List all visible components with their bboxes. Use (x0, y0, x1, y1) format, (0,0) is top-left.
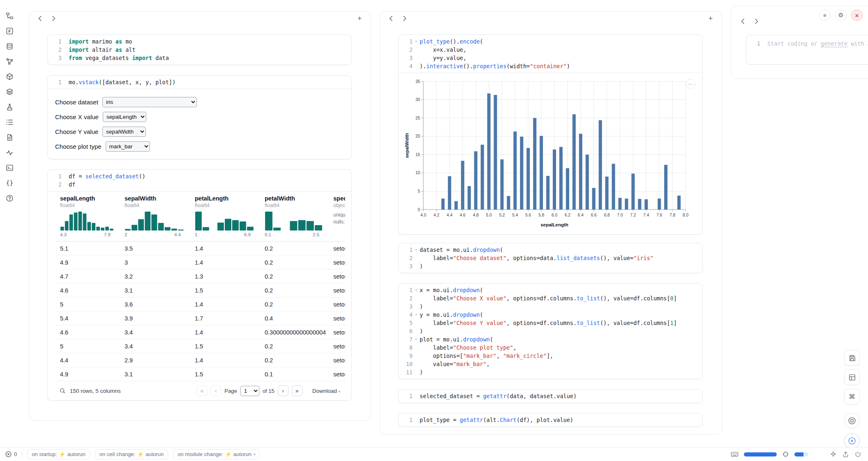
shutdown-close-icon[interactable]: × (851, 9, 863, 21)
column-left-chevron-icon[interactable] (35, 13, 46, 24)
download-button[interactable]: Download ▾ (312, 388, 340, 394)
list-icon[interactable] (4, 116, 16, 128)
prev-page-button[interactable]: ‹ (210, 385, 221, 396)
column-header[interactable]: petalWidthfloat640.12.5 (260, 191, 328, 241)
file-icon[interactable] (4, 131, 16, 143)
y-value-select[interactable]: sepalWidth (102, 127, 146, 137)
line-number: 11 (399, 368, 413, 376)
cell-editor[interactable]: 1selected_dataset = getattr(data, datase… (399, 390, 702, 403)
column-header[interactable]: sepalWidthfloat6424.4 (120, 191, 190, 241)
svg-text:35: 35 (416, 79, 420, 84)
cell-vstack[interactable]: 1mo.vstack([dataset, x, y, plot]) Choose… (47, 75, 352, 159)
column-left-chevron-icon[interactable] (738, 16, 748, 27)
fold-chevron-icon (413, 302, 420, 311)
generate-link[interactable]: generate (821, 40, 847, 47)
fold-chevron-icon (413, 254, 420, 262)
next-page-button[interactable]: › (278, 385, 289, 396)
cell-plot-type[interactable]: 1plot_type = getattr(alt.Chart(df), plot… (398, 413, 703, 427)
first-page-button[interactable]: « (196, 385, 207, 396)
column-header[interactable]: petalLengthfloat6416.9 (190, 191, 260, 241)
help-icon[interactable] (4, 192, 16, 204)
cell-dataframe[interactable]: 1df = selected_dataset()2df sepalLengthf… (47, 169, 352, 401)
line-number: 9 (399, 352, 413, 360)
vega-bar-chart[interactable]: 4.04.24.44.64.85.05.25.45.65.86.06.26.46… (404, 76, 702, 231)
table-search-icon[interactable] (59, 387, 66, 394)
error-count-button[interactable]: 0 (5, 451, 17, 458)
line-number: 10 (399, 360, 413, 368)
line-number: 1 (48, 172, 62, 180)
save-icon[interactable] (844, 350, 860, 366)
code-line: 11) (399, 368, 702, 376)
column-header[interactable]: sepalLengthfloat644.37.9 (55, 191, 120, 241)
power-icon[interactable] (854, 451, 861, 458)
new-cell-ai-prompt[interactable]: 1 Start coding or generate with AI (746, 35, 868, 65)
cell-editor[interactable]: 1plot_type = getattr(alt.Chart(df), plot… (399, 413, 702, 426)
stop-circle-icon[interactable] (844, 413, 860, 429)
svg-text:4.4: 4.4 (447, 213, 452, 217)
cell-plot[interactable]: 1▾plot_type().encode(2 x=x.value,3 y=y.v… (398, 35, 703, 235)
layout-grid-icon[interactable] (844, 369, 860, 385)
keyboard-icon[interactable] (731, 450, 739, 458)
code-line: 2 label="Choose X value", options=df.col… (399, 294, 702, 302)
activity-icon[interactable] (4, 147, 16, 158)
share-icon[interactable] (842, 451, 849, 458)
svg-text:5: 5 (418, 189, 420, 194)
dataset-select[interactable]: iris (102, 97, 197, 107)
ai-placeholder[interactable]: Start coding or generate with AI (767, 39, 868, 48)
cell-editor[interactable]: 1▾plot_type().encode(2 x=x.value,3 y=y.v… (399, 35, 702, 73)
sparkle-icon[interactable] (830, 451, 837, 458)
menu-icon[interactable]: ≡ (819, 9, 831, 21)
column-right-chevron-icon[interactable] (399, 13, 410, 24)
last-page-button[interactable]: » (292, 385, 302, 396)
on-startup-chip[interactable]: on startup:⚡autorun (27, 449, 90, 459)
command-icon[interactable]: ⌘ (844, 389, 860, 404)
settings-gear-icon[interactable]: ⚙ (835, 9, 847, 21)
fold-chevron-icon[interactable]: ▾ (413, 246, 420, 254)
dependency-graph-icon[interactable] (4, 55, 16, 67)
cell-editor[interactable]: 1df = selected_dataset()2df (48, 170, 351, 191)
svg-text:5.6: 5.6 (525, 213, 531, 217)
on-module-change-chip[interactable]: on module change:⚡autorun▾ (173, 449, 260, 459)
fold-chevron-icon[interactable]: ▾ (413, 335, 420, 343)
braces-icon[interactable] (4, 177, 16, 189)
fold-chevron-icon[interactable]: ▾ (413, 37, 420, 46)
package-icon[interactable] (4, 71, 16, 82)
column-right-chevron-icon[interactable] (751, 16, 762, 27)
file-tree-icon[interactable] (4, 10, 16, 21)
cell-imports[interactable]: 1import marimo as mo2import altair as al… (47, 35, 352, 65)
cell-editor[interactable]: 1▾dataset = mo.ui.dropdown(2 label="Choo… (399, 243, 702, 273)
column-right-chevron-icon[interactable] (48, 13, 59, 24)
on-cell-change-chip[interactable]: on cell change:⚡autorun (95, 449, 169, 459)
cell-xy-plot-dropdowns[interactable]: 1▾x = mo.ui.dropdown(2 label="Choose X v… (398, 283, 703, 379)
line-number: 1 (399, 416, 413, 424)
page-number-select[interactable]: 1 (240, 386, 259, 396)
svg-text:10: 10 (416, 171, 420, 175)
cell-editor[interactable]: 1mo.vstack([dataset, x, y, plot]) (48, 76, 351, 89)
plot-type-select[interactable]: mark_bar (106, 141, 150, 152)
function-icon[interactable] (4, 25, 16, 37)
cell-editor[interactable]: 1▾x = mo.ui.dropdown(2 label="Choose X v… (399, 284, 702, 379)
dataframe-table: sepalLengthfloat644.37.9sepalWidthfloat6… (55, 191, 345, 400)
chart-options-icon[interactable]: ⋯ (686, 79, 696, 89)
layers-icon[interactable] (4, 86, 16, 97)
fold-chevron-icon[interactable]: ▾ (413, 286, 420, 294)
add-cell-button[interactable]: + (354, 13, 365, 24)
chip-icon[interactable] (782, 451, 789, 458)
column-left-chevron-icon[interactable] (386, 13, 397, 24)
cell-selected-dataset[interactable]: 1selected_dataset = getattr(data, datase… (398, 389, 703, 403)
run-circle-icon[interactable] (844, 433, 860, 449)
database-icon[interactable] (4, 40, 16, 52)
x-value-select[interactable]: sepalLength (103, 112, 146, 122)
flask-icon[interactable] (4, 101, 16, 113)
fold-chevron-icon[interactable]: ▾ (413, 311, 420, 319)
svg-text:7.0: 7.0 (617, 213, 623, 217)
column-histogram (125, 212, 184, 230)
fold-chevron-icon (413, 352, 420, 360)
terminal-icon[interactable] (4, 162, 16, 173)
line-number: 3 (48, 54, 62, 62)
cell-editor[interactable]: 1import marimo as mo2import altair as al… (48, 35, 351, 65)
add-cell-button[interactable]: + (705, 13, 716, 24)
fold-chevron-icon (413, 62, 420, 70)
column-header[interactable]: speciesobjectuniquenulls: (328, 191, 345, 241)
cell-dataset-dropdown[interactable]: 1▾dataset = mo.ui.dropdown(2 label="Choo… (398, 243, 703, 273)
